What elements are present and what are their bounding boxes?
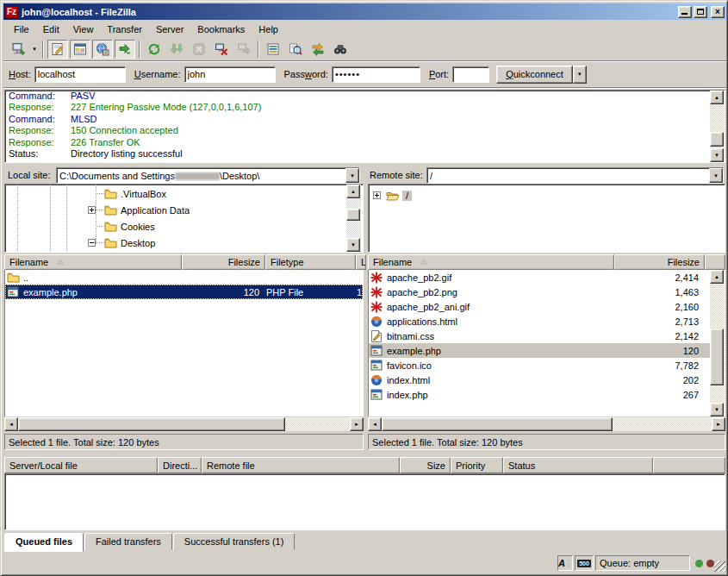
redacted-username (175, 172, 220, 180)
scroll-up-button[interactable]: ▲ (710, 91, 724, 104)
maximize-button[interactable] (694, 6, 707, 18)
menu-view[interactable]: View (66, 22, 101, 36)
password-input[interactable] (332, 66, 420, 83)
port-input[interactable] (452, 66, 489, 83)
file-row-apache-pb2-gif[interactable]: apache_pb2.gif2,414 (369, 270, 725, 285)
queue-column-size[interactable]: Size (400, 457, 451, 473)
minimize-button[interactable] (678, 6, 692, 18)
column-header-Filesize[interactable]: Filesize (614, 254, 705, 270)
quickconnect-button[interactable]: Quickconnect (496, 66, 573, 84)
scroll-down-button[interactable]: ▼ (710, 148, 724, 162)
combo-dropdown-icon[interactable]: ▼ (345, 168, 359, 183)
tree-item-root[interactable]: / (373, 187, 412, 203)
local-site-combo[interactable]: C:\Documents and Settings\Desktop\ ▼ (56, 167, 360, 184)
scroll-up-button[interactable]: ▲ (710, 270, 724, 284)
disconnect-button[interactable] (211, 40, 232, 59)
scroll-thumb[interactable] (346, 209, 360, 221)
tab-successful-transfers-1-[interactable]: Successful transfers (1) (173, 533, 296, 550)
menu-bookmarks[interactable]: Bookmarks (190, 22, 252, 36)
local-site-path: C:\Documents and Settings\Desktop\ (59, 171, 345, 181)
file-row-apache-pb2-png[interactable]: apache_pb2.png1,463 (369, 285, 725, 299)
process-queue-button[interactable] (166, 40, 187, 59)
filename-text: .. (23, 272, 28, 283)
toggle-transfer-queue-button[interactable] (115, 40, 135, 59)
scroll-up-button[interactable]: ▲ (346, 185, 360, 198)
cancel-button[interactable] (189, 40, 209, 59)
toggle-message-log-icon (51, 42, 65, 56)
file-row-index-html[interactable]: index.html202 (369, 373, 725, 387)
filter-button[interactable] (263, 40, 283, 59)
tree-item-cookies[interactable]: Cookies (88, 218, 155, 235)
host-input[interactable] (34, 66, 126, 83)
scroll-thumb[interactable] (382, 417, 613, 431)
file-row-example-php[interactable]: example.php120PHP File1 (5, 285, 363, 299)
quickconnect-dropdown[interactable]: ▼ (573, 66, 587, 84)
queue-column-blank[interactable] (653, 457, 725, 473)
site-manager-dropdown[interactable]: ▼ (29, 40, 40, 59)
scroll-right-button[interactable]: ► (712, 417, 725, 431)
username-input[interactable] (184, 66, 276, 83)
queue-column-priority[interactable]: Priority (451, 457, 503, 473)
scroll-down-button[interactable]: ▼ (346, 238, 360, 252)
file-row-index-php[interactable]: index.php267 (369, 387, 725, 402)
tab-queued-files[interactable]: Queued files (4, 533, 84, 552)
expand-icon[interactable] (373, 191, 381, 199)
php-file-icon (7, 285, 21, 298)
queue-column-remote-file[interactable]: Remote file (202, 457, 400, 473)
toggle-message-log-button[interactable] (47, 40, 68, 59)
site-manager-button[interactable] (8, 40, 28, 59)
find-files-button[interactable] (330, 40, 351, 59)
message-log: Command:PASVResponse:227 Entering Passiv… (4, 90, 725, 163)
directory-comparison-button[interactable] (285, 40, 306, 59)
toggle-remote-tree-button[interactable] (92, 40, 113, 59)
remote-site-combo[interactable]: / ▼ (426, 167, 724, 184)
resize-grip[interactable] (714, 560, 725, 572)
refresh-button[interactable] (144, 40, 165, 59)
tree-item-desktop[interactable]: Desktop (88, 235, 155, 251)
column-header-blank[interactable] (705, 254, 725, 270)
file-row-favicon-ico[interactable]: favicon.ico7,782 (369, 358, 725, 373)
scroll-left-button[interactable]: ◄ (368, 417, 382, 431)
queue-column-status[interactable]: Status (503, 457, 653, 473)
tree-item-application-data[interactable]: Application Data (88, 202, 190, 218)
column-header-Filesize[interactable]: Filesize (182, 254, 265, 270)
tab-failed-transfers[interactable]: Failed transfers (84, 533, 172, 550)
menu-edit[interactable]: Edit (36, 22, 66, 36)
queue-column-directi-[interactable]: Directi... (158, 457, 202, 473)
tree-item--virtualbox[interactable]: .VirtualBox (88, 185, 166, 202)
folder-icon (104, 236, 118, 249)
column-header-Filetype[interactable]: Filetype (265, 254, 356, 270)
scroll-thumb[interactable] (18, 417, 285, 431)
file-row-bitnami-css[interactable]: bitnami.css2,142 (369, 329, 725, 343)
queue-column-server-local-file[interactable]: Server/Local file (4, 457, 158, 473)
toolbar-separator (139, 41, 140, 58)
file-row-applications-html[interactable]: applications.html2,713 (369, 314, 725, 329)
close-button[interactable]: × (711, 6, 725, 18)
remote-site-label: Remote site: (370, 167, 423, 183)
menu-transfer[interactable]: Transfer (100, 22, 149, 36)
menu-file[interactable]: File (7, 22, 36, 36)
synchronized-browsing-button[interactable] (308, 40, 328, 59)
menu-help[interactable]: Help (252, 22, 285, 36)
file-row-apache-pb2-ani-gif[interactable]: apache_pb2_ani.gif2,160 (369, 299, 725, 314)
expand-icon[interactable] (88, 206, 96, 214)
menu-server[interactable]: Server (149, 22, 190, 36)
scroll-thumb[interactable] (710, 132, 724, 147)
scroll-right-button[interactable]: ► (350, 417, 364, 431)
toggle-local-tree-button[interactable] (70, 40, 90, 59)
scroll-down-button[interactable]: ▼ (710, 403, 724, 416)
message-log-scrollbar: ▲ ▼ (710, 91, 725, 162)
collapse-icon[interactable] (88, 239, 96, 247)
column-header-Filename[interactable]: Filename (368, 254, 614, 270)
scroll-thumb[interactable] (710, 329, 724, 385)
filename-cell: bitnami.css (369, 329, 615, 343)
toolbar-separator (258, 41, 259, 58)
log-line: Response:226 Transfer OK (5, 137, 725, 148)
column-header-Filename[interactable]: Filename (4, 254, 182, 270)
scroll-left-button[interactable]: ◄ (4, 417, 18, 431)
combo-dropdown-icon[interactable]: ▼ (709, 168, 723, 183)
reconnect-button[interactable] (233, 40, 254, 59)
column-header-L[interactable]: L (356, 254, 366, 270)
file-row-example-php[interactable]: example.php120 (369, 343, 725, 358)
file-row--[interactable]: .. (5, 270, 363, 285)
